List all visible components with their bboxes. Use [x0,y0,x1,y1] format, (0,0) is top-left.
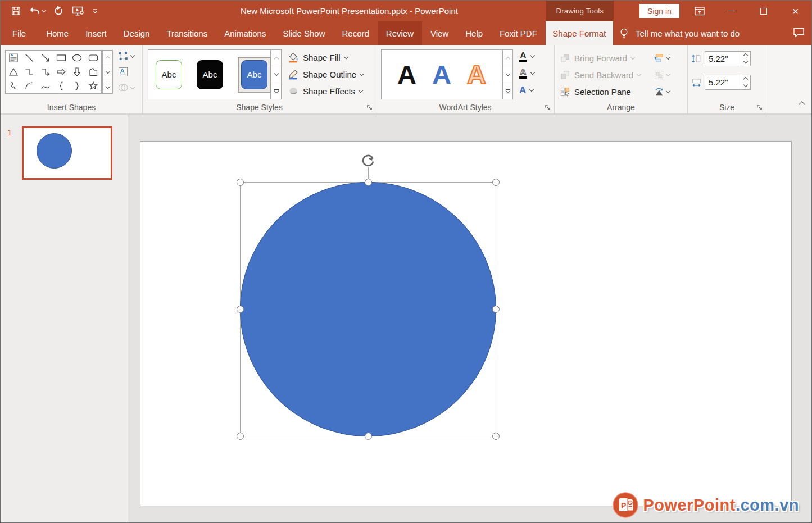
shape-styles-more-button[interactable] [271,83,281,99]
shape-star-icon[interactable] [85,79,101,93]
shape-curve-icon[interactable] [38,79,53,93]
undo-button[interactable] [29,6,46,16]
tab-review[interactable]: Review [378,21,422,45]
tab-insert[interactable]: Insert [77,21,115,45]
shape-isosceles-triangle-icon[interactable] [6,65,21,79]
shape-arc-icon[interactable] [21,79,37,93]
resize-handle-top-right[interactable] [492,179,500,186]
shape-rounded-rectangle-icon[interactable] [85,51,101,65]
shape-outline-dropdown-chevron[interactable] [360,71,364,75]
gallery-scroll-up-button[interactable] [103,51,112,65]
slide-editing-area[interactable] [129,115,811,522]
tab-file[interactable]: File [1,21,38,45]
tab-design[interactable]: Design [115,21,158,45]
shape-width-input[interactable] [705,75,741,89]
wordart-style-2[interactable]: A [432,61,451,88]
selection-pane-button[interactable]: Selection Pane [560,83,641,100]
wordart-style-1[interactable]: A [397,61,416,88]
resize-handle-middle-left[interactable] [237,306,244,313]
rotate-objects-button[interactable] [654,83,670,100]
height-increase-button[interactable] [741,52,750,59]
tab-foxit-pdf[interactable]: Foxit PDF [491,21,546,45]
comments-button[interactable] [793,27,805,37]
tab-transitions[interactable]: Transitions [158,21,216,45]
shape-line-icon[interactable] [21,51,37,65]
ribbon-display-options-button[interactable] [683,1,715,21]
tab-home[interactable]: Home [38,21,77,45]
text-outline-button[interactable]: A [519,65,545,81]
shape-right-arrow-icon[interactable] [53,65,69,79]
shape-elbow-arrow-connector-icon[interactable] [38,65,53,79]
save-button[interactable] [11,6,21,16]
shape-freeform-shape-icon[interactable] [85,65,101,79]
shape-height-input[interactable] [705,52,741,66]
shape-left-brace-icon[interactable] [53,79,69,93]
shape-rectangle-icon[interactable] [53,51,69,65]
gallery-more-button[interactable] [103,79,112,93]
shape-styles-scroll-up-button[interactable] [271,50,281,66]
start-from-beginning-button[interactable] [72,6,84,17]
resize-handle-top-left[interactable] [237,179,244,186]
wordart-scroll-down-button[interactable] [503,66,512,82]
maximize-button[interactable] [747,1,779,21]
oval-shape[interactable] [240,182,496,436]
shape-fill-dropdown-chevron[interactable] [343,54,348,58]
shape-arrow-icon[interactable] [38,51,53,65]
shape-down-arrow-icon[interactable] [69,65,85,79]
tab-animations[interactable]: Animations [216,21,274,45]
text-fill-button[interactable]: A [519,48,545,65]
repeat-button[interactable] [53,6,64,16]
collapse-ribbon-button[interactable] [800,99,804,109]
tab-record[interactable]: Record [333,21,377,45]
resize-handle-middle-right[interactable] [492,306,500,313]
edit-shape-dropdown-chevron[interactable] [130,53,135,57]
rotate-dropdown-chevron[interactable] [666,88,670,93]
resize-handle-bottom-right[interactable] [492,433,500,440]
shape-styles-scroll-down-button[interactable] [271,66,281,82]
edit-shape-button[interactable] [116,48,141,64]
wordart-more-button[interactable] [503,83,512,99]
shape-outline-button[interactable]: Shape Outline [288,66,364,83]
shape-style-thumb-1[interactable]: Abc [156,60,182,89]
wordart-style-3[interactable]: A [467,61,486,88]
tab-help[interactable]: Help [457,21,491,45]
text-outline-dropdown-chevron[interactable] [530,70,535,74]
resize-handle-bottom-middle[interactable] [365,433,372,440]
merge-shapes-button[interactable] [116,80,141,95]
width-increase-button[interactable] [741,75,750,83]
slide[interactable] [140,141,792,506]
rotation-handle[interactable] [360,152,376,168]
tab-view[interactable]: View [422,21,457,45]
shape-elbow-connector-icon[interactable] [21,65,37,79]
shape-oval-icon[interactable] [69,51,85,65]
shape-fill-button[interactable]: Shape Fill [288,49,364,66]
shape-scribble-icon[interactable] [6,79,21,93]
align-dropdown-chevron[interactable] [666,54,670,59]
shape-style-thumb-3-selected[interactable]: Abc [241,60,267,89]
tab-slide-show[interactable]: Slide Show [274,21,333,45]
shape-effects-button[interactable]: Shape Effects [288,83,364,99]
shape-style-thumb-2[interactable]: Abc [197,60,223,89]
tell-me-box[interactable]: Tell me what you want to do [619,21,740,45]
align-objects-button[interactable] [654,49,670,66]
width-decrease-button[interactable] [741,82,750,89]
text-box-button[interactable] [116,64,141,80]
resize-handle-bottom-left[interactable] [237,433,244,440]
sign-in-button[interactable]: Sign in [639,4,679,18]
close-button[interactable]: × [779,1,811,21]
resize-handle-top-middle[interactable] [365,179,372,186]
height-decrease-button[interactable] [741,58,750,66]
text-effects-dropdown-chevron[interactable] [529,87,534,91]
shape-right-brace-icon[interactable] [69,79,85,93]
slide-thumbnail-1[interactable] [22,126,112,180]
tab-shape-format[interactable]: Shape Format [546,21,613,45]
shape-text-box-icon[interactable] [6,51,21,65]
undo-dropdown-chevron[interactable] [42,8,46,12]
wordart-scroll-up-button[interactable] [503,50,512,66]
gallery-scroll-down-button[interactable] [103,65,112,79]
minimize-button[interactable] [715,1,747,21]
customize-qat-button[interactable] [92,7,99,15]
text-effects-button[interactable]: A [519,81,545,98]
text-fill-dropdown-chevron[interactable] [530,53,535,57]
shape-effects-dropdown-chevron[interactable] [359,88,363,92]
